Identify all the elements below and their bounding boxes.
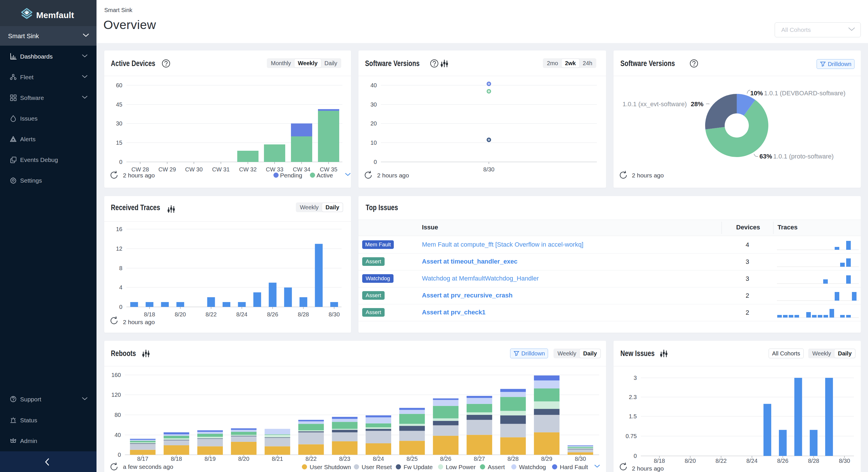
svg-text:8/30: 8/30	[575, 455, 586, 462]
svg-text:12: 12	[116, 246, 122, 252]
svg-text:8/30: 8/30	[839, 458, 850, 464]
svg-text:8/29: 8/29	[541, 455, 552, 462]
svg-text:8: 8	[119, 265, 122, 271]
svg-text:8/20: 8/20	[175, 311, 186, 318]
svg-text:40: 40	[115, 432, 121, 438]
svg-text:16: 16	[116, 226, 122, 232]
svg-text:60: 60	[116, 82, 122, 88]
svg-text:8/23: 8/23	[339, 455, 350, 462]
svg-text:20: 20	[371, 120, 377, 127]
svg-text:8/18: 8/18	[654, 458, 665, 464]
svg-text:8/24: 8/24	[373, 455, 384, 462]
svg-text:10: 10	[371, 139, 377, 146]
svg-text:8/24: 8/24	[746, 458, 757, 464]
svg-text:2.3: 2.3	[629, 394, 637, 400]
svg-text:30: 30	[371, 101, 377, 108]
svg-text:8/26: 8/26	[440, 455, 451, 462]
svg-text:8/24: 8/24	[237, 311, 248, 318]
svg-text:28%: 28%	[691, 100, 704, 108]
svg-text:8/28: 8/28	[507, 455, 519, 462]
svg-text:CW 34: CW 34	[293, 166, 310, 172]
svg-text:CW 35: CW 35	[320, 166, 337, 172]
svg-text:1.0.1 (xx_evt-software): 1.0.1 (xx_evt-software)	[622, 100, 687, 108]
svg-text:8/25: 8/25	[406, 455, 417, 462]
svg-text:1.5: 1.5	[629, 413, 637, 419]
svg-text:Memfault: Memfault	[36, 10, 74, 20]
svg-text:8/18: 8/18	[171, 455, 182, 462]
svg-text:8/20: 8/20	[238, 455, 249, 462]
svg-text:3: 3	[633, 375, 637, 381]
svg-text:8/22: 8/22	[205, 311, 217, 318]
svg-text:CW 33: CW 33	[266, 166, 283, 172]
svg-text:0: 0	[118, 451, 121, 458]
svg-text:CW 28: CW 28	[131, 166, 149, 172]
svg-text:8/30: 8/30	[329, 311, 340, 318]
svg-text:CW 30: CW 30	[185, 166, 203, 172]
svg-text:80: 80	[115, 412, 121, 418]
svg-text:1.0.1 (proto-software): 1.0.1 (proto-software)	[773, 153, 834, 160]
svg-text:0: 0	[374, 159, 377, 165]
svg-text:8/17: 8/17	[137, 455, 149, 462]
svg-text:63%: 63%	[760, 153, 772, 160]
svg-text:10%: 10%	[750, 90, 763, 97]
svg-text:CW 31: CW 31	[212, 166, 229, 172]
svg-text:160: 160	[112, 372, 121, 378]
svg-text:120: 120	[112, 391, 121, 398]
svg-text:CW 32: CW 32	[239, 166, 256, 172]
svg-text:8/27: 8/27	[474, 455, 485, 462]
svg-text:0.75: 0.75	[626, 433, 637, 439]
svg-text:0: 0	[119, 159, 122, 165]
svg-text:0: 0	[119, 304, 122, 310]
svg-text:8/30: 8/30	[484, 166, 495, 172]
svg-text:8/28: 8/28	[298, 311, 309, 318]
svg-text:15: 15	[116, 139, 122, 146]
svg-text:8/18: 8/18	[144, 311, 155, 318]
svg-text:8/26: 8/26	[777, 458, 788, 464]
svg-text:CW 29: CW 29	[158, 166, 176, 172]
svg-text:40: 40	[371, 82, 377, 88]
svg-text:8/26: 8/26	[267, 311, 278, 318]
svg-text:4: 4	[119, 284, 122, 290]
svg-text:8/28: 8/28	[808, 458, 819, 464]
svg-text:8/22: 8/22	[306, 455, 317, 462]
svg-text:30: 30	[116, 120, 122, 127]
svg-text:8/19: 8/19	[205, 455, 216, 462]
svg-text:8/21: 8/21	[272, 455, 283, 462]
svg-text:45: 45	[116, 101, 122, 108]
svg-text:1.0.1 (DEVBOARD-software): 1.0.1 (DEVBOARD-software)	[764, 90, 846, 97]
svg-text:0: 0	[633, 453, 637, 459]
svg-text:8/20: 8/20	[685, 458, 696, 464]
svg-text:8/22: 8/22	[715, 458, 727, 464]
